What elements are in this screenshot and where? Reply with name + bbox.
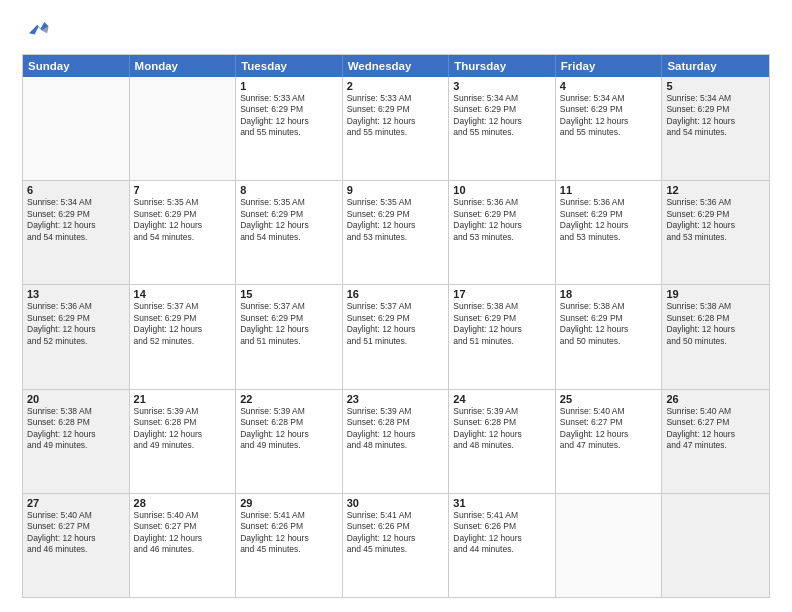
day-number: 21 xyxy=(134,393,232,405)
day-number: 12 xyxy=(666,184,765,196)
calendar-cell-r3c1: 21Sunrise: 5:39 AM Sunset: 6:28 PM Dayli… xyxy=(130,390,237,493)
day-info: Sunrise: 5:39 AM Sunset: 6:28 PM Dayligh… xyxy=(134,406,232,452)
day-info: Sunrise: 5:41 AM Sunset: 6:26 PM Dayligh… xyxy=(240,510,338,556)
day-number: 23 xyxy=(347,393,445,405)
calendar-row-1: 6Sunrise: 5:34 AM Sunset: 6:29 PM Daylig… xyxy=(23,180,769,284)
calendar-cell-r2c1: 14Sunrise: 5:37 AM Sunset: 6:29 PM Dayli… xyxy=(130,285,237,388)
calendar-cell-r3c0: 20Sunrise: 5:38 AM Sunset: 6:28 PM Dayli… xyxy=(23,390,130,493)
day-number: 17 xyxy=(453,288,551,300)
calendar-cell-r4c0: 27Sunrise: 5:40 AM Sunset: 6:27 PM Dayli… xyxy=(23,494,130,597)
calendar-cell-r1c2: 8Sunrise: 5:35 AM Sunset: 6:29 PM Daylig… xyxy=(236,181,343,284)
day-info: Sunrise: 5:38 AM Sunset: 6:29 PM Dayligh… xyxy=(560,301,658,347)
logo xyxy=(22,18,52,44)
calendar-cell-r2c0: 13Sunrise: 5:36 AM Sunset: 6:29 PM Dayli… xyxy=(23,285,130,388)
calendar-cell-r2c2: 15Sunrise: 5:37 AM Sunset: 6:29 PM Dayli… xyxy=(236,285,343,388)
day-info: Sunrise: 5:36 AM Sunset: 6:29 PM Dayligh… xyxy=(666,197,765,243)
day-info: Sunrise: 5:38 AM Sunset: 6:28 PM Dayligh… xyxy=(666,301,765,347)
weekday-header-friday: Friday xyxy=(556,55,663,77)
calendar-cell-r4c3: 30Sunrise: 5:41 AM Sunset: 6:26 PM Dayli… xyxy=(343,494,450,597)
calendar-cell-r0c1 xyxy=(130,77,237,180)
day-number: 18 xyxy=(560,288,658,300)
day-info: Sunrise: 5:37 AM Sunset: 6:29 PM Dayligh… xyxy=(134,301,232,347)
calendar-cell-r1c4: 10Sunrise: 5:36 AM Sunset: 6:29 PM Dayli… xyxy=(449,181,556,284)
day-info: Sunrise: 5:35 AM Sunset: 6:29 PM Dayligh… xyxy=(240,197,338,243)
day-number: 31 xyxy=(453,497,551,509)
day-number: 1 xyxy=(240,80,338,92)
day-info: Sunrise: 5:40 AM Sunset: 6:27 PM Dayligh… xyxy=(27,510,125,556)
calendar-cell-r0c4: 3Sunrise: 5:34 AM Sunset: 6:29 PM Daylig… xyxy=(449,77,556,180)
day-info: Sunrise: 5:41 AM Sunset: 6:26 PM Dayligh… xyxy=(453,510,551,556)
calendar-cell-r2c6: 19Sunrise: 5:38 AM Sunset: 6:28 PM Dayli… xyxy=(662,285,769,388)
day-info: Sunrise: 5:38 AM Sunset: 6:29 PM Dayligh… xyxy=(453,301,551,347)
calendar: SundayMondayTuesdayWednesdayThursdayFrid… xyxy=(22,54,770,598)
day-info: Sunrise: 5:36 AM Sunset: 6:29 PM Dayligh… xyxy=(453,197,551,243)
day-number: 14 xyxy=(134,288,232,300)
calendar-cell-r1c1: 7Sunrise: 5:35 AM Sunset: 6:29 PM Daylig… xyxy=(130,181,237,284)
day-number: 13 xyxy=(27,288,125,300)
calendar-header: SundayMondayTuesdayWednesdayThursdayFrid… xyxy=(23,55,769,77)
calendar-cell-r2c3: 16Sunrise: 5:37 AM Sunset: 6:29 PM Dayli… xyxy=(343,285,450,388)
logo-bird-icon xyxy=(22,18,50,40)
calendar-cell-r4c6 xyxy=(662,494,769,597)
calendar-cell-r4c5 xyxy=(556,494,663,597)
day-number: 2 xyxy=(347,80,445,92)
day-number: 9 xyxy=(347,184,445,196)
day-number: 16 xyxy=(347,288,445,300)
day-info: Sunrise: 5:35 AM Sunset: 6:29 PM Dayligh… xyxy=(134,197,232,243)
calendar-cell-r3c3: 23Sunrise: 5:39 AM Sunset: 6:28 PM Dayli… xyxy=(343,390,450,493)
calendar-cell-r4c4: 31Sunrise: 5:41 AM Sunset: 6:26 PM Dayli… xyxy=(449,494,556,597)
day-number: 4 xyxy=(560,80,658,92)
day-number: 22 xyxy=(240,393,338,405)
weekday-header-tuesday: Tuesday xyxy=(236,55,343,77)
calendar-cell-r0c3: 2Sunrise: 5:33 AM Sunset: 6:29 PM Daylig… xyxy=(343,77,450,180)
day-info: Sunrise: 5:35 AM Sunset: 6:29 PM Dayligh… xyxy=(347,197,445,243)
calendar-cell-r0c2: 1Sunrise: 5:33 AM Sunset: 6:29 PM Daylig… xyxy=(236,77,343,180)
day-number: 10 xyxy=(453,184,551,196)
day-info: Sunrise: 5:33 AM Sunset: 6:29 PM Dayligh… xyxy=(347,93,445,139)
day-info: Sunrise: 5:37 AM Sunset: 6:29 PM Dayligh… xyxy=(347,301,445,347)
calendar-cell-r3c6: 26Sunrise: 5:40 AM Sunset: 6:27 PM Dayli… xyxy=(662,390,769,493)
day-number: 20 xyxy=(27,393,125,405)
day-info: Sunrise: 5:34 AM Sunset: 6:29 PM Dayligh… xyxy=(453,93,551,139)
header xyxy=(22,18,770,44)
day-number: 19 xyxy=(666,288,765,300)
calendar-cell-r4c2: 29Sunrise: 5:41 AM Sunset: 6:26 PM Dayli… xyxy=(236,494,343,597)
calendar-cell-r0c6: 5Sunrise: 5:34 AM Sunset: 6:29 PM Daylig… xyxy=(662,77,769,180)
day-number: 15 xyxy=(240,288,338,300)
day-info: Sunrise: 5:34 AM Sunset: 6:29 PM Dayligh… xyxy=(666,93,765,139)
day-info: Sunrise: 5:39 AM Sunset: 6:28 PM Dayligh… xyxy=(453,406,551,452)
calendar-cell-r4c1: 28Sunrise: 5:40 AM Sunset: 6:27 PM Dayli… xyxy=(130,494,237,597)
weekday-header-thursday: Thursday xyxy=(449,55,556,77)
day-number: 27 xyxy=(27,497,125,509)
day-info: Sunrise: 5:33 AM Sunset: 6:29 PM Dayligh… xyxy=(240,93,338,139)
day-number: 24 xyxy=(453,393,551,405)
day-number: 28 xyxy=(134,497,232,509)
day-number: 3 xyxy=(453,80,551,92)
day-info: Sunrise: 5:40 AM Sunset: 6:27 PM Dayligh… xyxy=(134,510,232,556)
calendar-cell-r0c5: 4Sunrise: 5:34 AM Sunset: 6:29 PM Daylig… xyxy=(556,77,663,180)
day-info: Sunrise: 5:39 AM Sunset: 6:28 PM Dayligh… xyxy=(240,406,338,452)
day-number: 26 xyxy=(666,393,765,405)
day-number: 30 xyxy=(347,497,445,509)
calendar-cell-r1c5: 11Sunrise: 5:36 AM Sunset: 6:29 PM Dayli… xyxy=(556,181,663,284)
day-info: Sunrise: 5:40 AM Sunset: 6:27 PM Dayligh… xyxy=(560,406,658,452)
day-number: 6 xyxy=(27,184,125,196)
calendar-cell-r3c5: 25Sunrise: 5:40 AM Sunset: 6:27 PM Dayli… xyxy=(556,390,663,493)
day-number: 8 xyxy=(240,184,338,196)
day-info: Sunrise: 5:36 AM Sunset: 6:29 PM Dayligh… xyxy=(560,197,658,243)
calendar-row-2: 13Sunrise: 5:36 AM Sunset: 6:29 PM Dayli… xyxy=(23,284,769,388)
calendar-cell-r1c0: 6Sunrise: 5:34 AM Sunset: 6:29 PM Daylig… xyxy=(23,181,130,284)
day-info: Sunrise: 5:34 AM Sunset: 6:29 PM Dayligh… xyxy=(27,197,125,243)
calendar-cell-r3c4: 24Sunrise: 5:39 AM Sunset: 6:28 PM Dayli… xyxy=(449,390,556,493)
day-info: Sunrise: 5:37 AM Sunset: 6:29 PM Dayligh… xyxy=(240,301,338,347)
day-info: Sunrise: 5:38 AM Sunset: 6:28 PM Dayligh… xyxy=(27,406,125,452)
weekday-header-sunday: Sunday xyxy=(23,55,130,77)
day-number: 11 xyxy=(560,184,658,196)
calendar-row-3: 20Sunrise: 5:38 AM Sunset: 6:28 PM Dayli… xyxy=(23,389,769,493)
calendar-cell-r2c4: 17Sunrise: 5:38 AM Sunset: 6:29 PM Dayli… xyxy=(449,285,556,388)
weekday-header-wednesday: Wednesday xyxy=(343,55,450,77)
day-info: Sunrise: 5:39 AM Sunset: 6:28 PM Dayligh… xyxy=(347,406,445,452)
calendar-row-4: 27Sunrise: 5:40 AM Sunset: 6:27 PM Dayli… xyxy=(23,493,769,597)
day-info: Sunrise: 5:34 AM Sunset: 6:29 PM Dayligh… xyxy=(560,93,658,139)
calendar-row-0: 1Sunrise: 5:33 AM Sunset: 6:29 PM Daylig… xyxy=(23,77,769,180)
